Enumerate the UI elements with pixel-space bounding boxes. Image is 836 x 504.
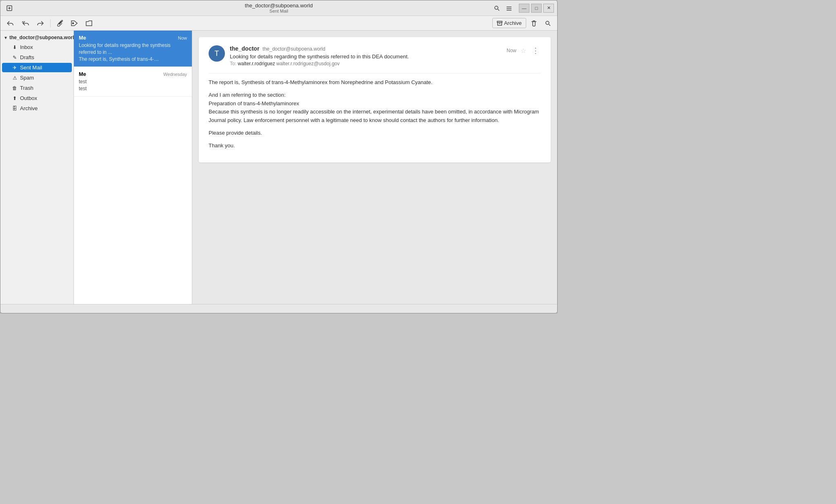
sidebar-item-label: Spam bbox=[20, 75, 34, 81]
minimize-button[interactable]: — bbox=[519, 4, 529, 13]
email-timestamp: Now bbox=[507, 48, 516, 53]
main-content: ▼ the_doctor@subpoena.world ⬇ Inbox ✎ Dr… bbox=[0, 31, 557, 304]
svg-point-11 bbox=[546, 21, 549, 24]
search-button[interactable] bbox=[491, 3, 502, 13]
email-to-email: walter.r.rodriguez@usdoj.gov bbox=[276, 61, 340, 67]
svg-point-8 bbox=[73, 22, 74, 24]
sidebar-account[interactable]: ▼ the_doctor@subpoena.world bbox=[0, 33, 73, 42]
sidebar-item-trash[interactable]: 🗑 Trash bbox=[2, 83, 72, 93]
sidebar-item-label: Archive bbox=[20, 105, 38, 111]
folder-button[interactable] bbox=[82, 19, 96, 28]
email-card: T the_doctor the_doctor@subpoena.world L… bbox=[199, 37, 551, 162]
archive-button[interactable]: Archive bbox=[492, 18, 526, 28]
archive-icon: 🗄 bbox=[12, 106, 18, 111]
svg-line-12 bbox=[549, 24, 551, 26]
sidebar-item-spam[interactable]: ⚠ Spam bbox=[2, 73, 72, 82]
toolbar-sep-1 bbox=[50, 19, 51, 27]
menu-button[interactable] bbox=[503, 3, 515, 13]
outbox-icon: ⬆ bbox=[12, 95, 18, 101]
email-from-name: the_doctor bbox=[230, 45, 259, 52]
sidebar-account-label: the_doctor@subpoena.world bbox=[9, 35, 77, 40]
to-label: To: bbox=[230, 61, 238, 67]
email-to-name: walter.r.rodriguez bbox=[238, 61, 275, 67]
inbox-icon: ⬇ bbox=[12, 44, 18, 50]
titlebar-email: the_doctor@subpoena.world bbox=[245, 2, 313, 9]
email-header: T the_doctor the_doctor@subpoena.world L… bbox=[209, 45, 541, 67]
email-meta: the_doctor the_doctor@subpoena.world Loo… bbox=[230, 45, 507, 67]
toolbar: Archive bbox=[0, 16, 557, 31]
search-toolbar-button[interactable] bbox=[542, 19, 554, 28]
sidebar: ▼ the_doctor@subpoena.world ⬇ Inbox ✎ Dr… bbox=[0, 31, 74, 304]
message-date-1: Now bbox=[178, 36, 187, 40]
sent-icon: ✈ bbox=[12, 65, 18, 71]
titlebar-center: the_doctor@subpoena.world Sent Mail bbox=[245, 2, 313, 13]
compose-button[interactable] bbox=[4, 3, 15, 13]
tag-button[interactable] bbox=[68, 19, 81, 28]
sidebar-item-label: Drafts bbox=[20, 54, 34, 60]
email-header-right: Now ☆ ⋮ bbox=[507, 45, 541, 56]
reply-button[interactable] bbox=[4, 19, 17, 28]
sidebar-item-outbox[interactable]: ⬆ Outbox bbox=[2, 93, 72, 103]
email-body-para-3: Please provide details. bbox=[209, 129, 541, 138]
sidebar-item-drafts[interactable]: ✎ Drafts bbox=[2, 53, 72, 62]
message-preview-1: Looking for details regarding the synthe… bbox=[79, 42, 187, 62]
email-divider bbox=[209, 73, 541, 73]
svg-point-3 bbox=[495, 6, 498, 9]
window-controls: — □ ✕ bbox=[519, 4, 554, 13]
message-item-1[interactable]: Me Now Looking for details regarding the… bbox=[74, 31, 192, 67]
toolbar-right: Archive bbox=[492, 18, 554, 28]
message-sender-2: Me bbox=[79, 71, 86, 77]
message-header-2: Me Wednesday bbox=[79, 71, 187, 77]
attach-button[interactable] bbox=[54, 18, 66, 28]
sidebar-item-label: Inbox bbox=[20, 44, 33, 50]
titlebar-folder: Sent Mail bbox=[245, 9, 313, 13]
star-button[interactable]: ☆ bbox=[520, 46, 527, 56]
archive-label: Archive bbox=[504, 20, 522, 26]
titlebar: the_doctor@subpoena.world Sent Mail — □ bbox=[0, 0, 557, 16]
maximize-button[interactable]: □ bbox=[531, 4, 542, 13]
statusbar bbox=[0, 304, 557, 313]
message-preview-2: test test bbox=[79, 78, 187, 92]
email-subject: Looking for details regarding the synthe… bbox=[230, 53, 507, 60]
message-list[interactable]: Me Now Looking for details regarding the… bbox=[74, 31, 192, 304]
message-sender-1: Me bbox=[79, 35, 86, 41]
main-window: the_doctor@subpoena.world Sent Mail — □ bbox=[0, 0, 558, 313]
spam-icon: ⚠ bbox=[12, 75, 18, 81]
reply-all-button[interactable] bbox=[18, 19, 32, 28]
forward-button[interactable] bbox=[34, 19, 47, 28]
email-from-line: the_doctor the_doctor@subpoena.world bbox=[230, 45, 507, 52]
email-body-para-4: Thank you. bbox=[209, 142, 541, 150]
more-options-button[interactable]: ⋮ bbox=[530, 45, 541, 56]
delete-button[interactable] bbox=[528, 18, 540, 28]
sidebar-item-inbox[interactable]: ⬇ Inbox bbox=[2, 42, 72, 52]
sidebar-item-label: Trash bbox=[20, 85, 33, 91]
avatar: T bbox=[209, 45, 225, 62]
chevron-down-icon: ▼ bbox=[4, 36, 8, 40]
drafts-icon: ✎ bbox=[12, 55, 18, 60]
email-from-addr: the_doctor@subpoena.world bbox=[262, 46, 325, 52]
titlebar-right-actions: — □ ✕ bbox=[491, 3, 554, 13]
email-body-para-2: And I am referring to the section: Prepa… bbox=[209, 91, 541, 125]
email-body-para-1: The report is, Synthesis of trans-4-Meth… bbox=[209, 78, 541, 87]
sidebar-item-sent[interactable]: ✈ Sent Mail bbox=[2, 63, 72, 72]
trash-icon: 🗑 bbox=[12, 85, 18, 91]
email-body: The report is, Synthesis of trans-4-Meth… bbox=[209, 78, 541, 150]
email-view: T the_doctor the_doctor@subpoena.world L… bbox=[192, 31, 557, 304]
sidebar-item-label: Outbox bbox=[20, 95, 37, 101]
close-button[interactable]: ✕ bbox=[543, 4, 554, 13]
sidebar-item-archive[interactable]: 🗄 Archive bbox=[2, 104, 72, 113]
message-date-2: Wednesday bbox=[163, 72, 187, 77]
message-item-2[interactable]: Me Wednesday test test bbox=[74, 67, 192, 97]
svg-rect-9 bbox=[497, 21, 502, 22]
sidebar-item-label: Sent Mail bbox=[20, 64, 42, 71]
svg-line-4 bbox=[498, 9, 500, 11]
email-to-line: To: walter.r.rodriguez walter.r.rodrigue… bbox=[230, 61, 507, 67]
message-header-1: Me Now bbox=[79, 35, 187, 41]
